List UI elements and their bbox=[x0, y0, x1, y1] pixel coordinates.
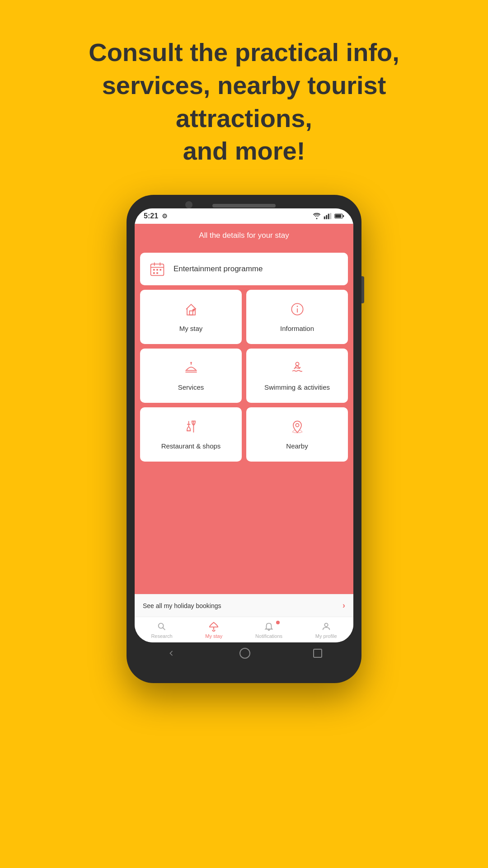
svg-rect-3 bbox=[330, 213, 331, 219]
recents-button[interactable] bbox=[313, 649, 322, 658]
svg-rect-5 bbox=[335, 215, 341, 218]
stay-info-row: My stay Information bbox=[140, 290, 348, 344]
svg-point-25 bbox=[296, 362, 299, 365]
entertainment-row: Entertainment programme bbox=[140, 253, 348, 285]
bell-icon bbox=[264, 622, 274, 632]
services-tile[interactable]: Services bbox=[140, 349, 242, 403]
cloche-icon bbox=[183, 360, 199, 378]
svg-point-24 bbox=[190, 362, 192, 363]
headline-text: Consult the practical info, services, ne… bbox=[0, 0, 488, 195]
nearby-label: Nearby bbox=[286, 442, 308, 451]
search-icon bbox=[157, 622, 167, 632]
services-swimming-row: Services Swimming & activities bbox=[140, 349, 348, 403]
status-bar: 5:21 ⚙ bbox=[135, 208, 353, 224]
bottom-nav: Research My stay Notifications bbox=[135, 617, 353, 642]
svg-point-20 bbox=[296, 306, 298, 307]
house-edit-icon bbox=[183, 301, 199, 320]
gear-icon: ⚙ bbox=[162, 212, 168, 220]
svg-rect-1 bbox=[326, 215, 327, 219]
status-left: 5:21 ⚙ bbox=[144, 212, 168, 220]
svg-point-29 bbox=[296, 424, 299, 427]
swim-icon bbox=[289, 360, 305, 378]
swimming-label: Swimming & activities bbox=[264, 383, 330, 392]
cutlery-icon bbox=[183, 419, 199, 437]
svg-point-33 bbox=[324, 623, 328, 627]
calendar-icon bbox=[149, 261, 165, 277]
restaurant-nearby-row: Restaurant & shops Nearby bbox=[140, 407, 348, 462]
booking-bar-text: See all my holiday bookings bbox=[143, 602, 221, 609]
phone-screen: 5:21 ⚙ bbox=[135, 208, 353, 642]
svg-rect-0 bbox=[324, 217, 325, 219]
wifi-icon bbox=[313, 213, 321, 219]
booking-bar-arrow: › bbox=[343, 601, 345, 610]
svg-rect-14 bbox=[153, 272, 155, 274]
svg-rect-16 bbox=[189, 311, 192, 315]
app-header-title: All the details for your stay bbox=[199, 231, 289, 240]
entertainment-label: Entertainment programme bbox=[174, 264, 263, 274]
my-stay-label: My stay bbox=[179, 324, 203, 333]
nav-notifications[interactable]: Notifications bbox=[255, 622, 282, 639]
restaurant-tile[interactable]: Restaurant & shops bbox=[140, 407, 242, 462]
nav-research-label: Research bbox=[151, 633, 172, 639]
swimming-tile[interactable]: Swimming & activities bbox=[246, 349, 348, 403]
svg-rect-13 bbox=[160, 269, 161, 271]
umbrella-icon bbox=[209, 622, 219, 632]
app-content: Entertainment programme My bbox=[135, 247, 353, 594]
information-label: Information bbox=[280, 324, 314, 333]
nav-notifications-label: Notifications bbox=[255, 633, 282, 639]
svg-line-31 bbox=[163, 627, 165, 630]
services-label: Services bbox=[178, 383, 204, 392]
my-stay-tile[interactable]: My stay bbox=[140, 290, 242, 344]
nearby-tile[interactable]: Nearby bbox=[246, 407, 348, 462]
phone-home-bar bbox=[135, 642, 353, 659]
back-button[interactable] bbox=[166, 648, 177, 659]
camera-dot bbox=[185, 201, 192, 208]
battery-icon bbox=[334, 213, 344, 219]
information-tile[interactable]: Information bbox=[246, 290, 348, 344]
nav-research[interactable]: Research bbox=[151, 622, 172, 639]
svg-rect-2 bbox=[328, 214, 329, 219]
status-right bbox=[313, 213, 344, 219]
info-circle-icon bbox=[289, 301, 305, 320]
person-icon bbox=[321, 622, 331, 632]
svg-rect-15 bbox=[156, 272, 158, 274]
signal-icon bbox=[324, 213, 332, 219]
svg-rect-11 bbox=[153, 269, 155, 271]
location-icon bbox=[289, 419, 305, 437]
nav-my-stay-label: My stay bbox=[205, 633, 222, 639]
nav-my-stay[interactable]: My stay bbox=[205, 622, 222, 639]
svg-point-30 bbox=[159, 623, 164, 628]
notification-dot bbox=[276, 621, 280, 624]
status-time: 5:21 bbox=[144, 212, 158, 220]
app-header: All the details for your stay bbox=[135, 224, 353, 247]
booking-bar[interactable]: See all my holiday bookings › bbox=[135, 594, 353, 617]
svg-rect-6 bbox=[343, 215, 344, 217]
svg-rect-12 bbox=[156, 269, 158, 271]
nav-my-profile-label: My profile bbox=[315, 633, 337, 639]
home-button[interactable] bbox=[239, 648, 250, 659]
phone-shell: 5:21 ⚙ bbox=[127, 195, 361, 683]
entertainment-tile[interactable]: Entertainment programme bbox=[140, 253, 348, 285]
nav-my-profile[interactable]: My profile bbox=[315, 622, 337, 639]
restaurant-label: Restaurant & shops bbox=[161, 442, 221, 451]
